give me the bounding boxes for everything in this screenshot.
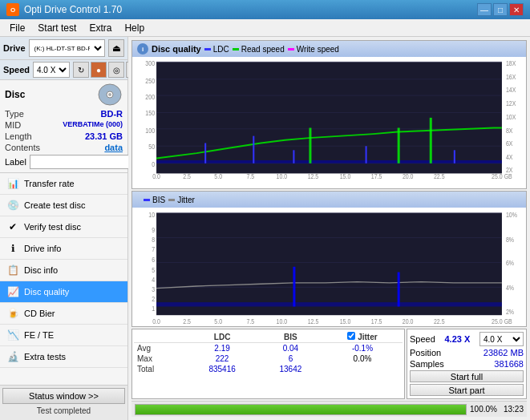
drive-selector[interactable]: (K:) HL-DT-ST BD-RE WH16NS58 TST4: [29, 39, 105, 57]
svg-text:2%: 2%: [506, 307, 515, 316]
svg-text:8%: 8%: [506, 235, 515, 244]
disc-contents-value[interactable]: data: [104, 143, 123, 152]
nav-drive-info[interactable]: ℹ Drive info: [0, 238, 127, 260]
svg-text:14X: 14X: [506, 86, 516, 94]
stats-col-bis: BIS: [259, 331, 322, 343]
disc-mid-value: VERBATIMe (000): [63, 120, 123, 130]
stats-table: LDC BIS Jitter Avg 2.19 0.04: [131, 329, 405, 399]
svg-text:150: 150: [145, 110, 155, 118]
disc-header: Disc: [5, 83, 123, 106]
position-row: Position 23862 MB: [410, 348, 524, 357]
refresh-icon[interactable]: ↻: [73, 62, 89, 78]
stats-avg-jitter: -0.1%: [322, 343, 403, 354]
menu-extra[interactable]: Extra: [83, 21, 118, 35]
legend-ldc-dot: [204, 48, 211, 50]
nav-cd-bier[interactable]: 🍺 CD Bier: [0, 303, 127, 325]
disc-contents-label: Contents: [5, 143, 40, 152]
menu-start-test[interactable]: Start test: [31, 21, 83, 35]
samples-value: 381668: [494, 359, 524, 369]
stats-total-row: Total 835416 13642: [134, 364, 403, 374]
svg-text:22.5: 22.5: [434, 317, 445, 325]
progress-text: 100.0%: [470, 405, 497, 414]
stats-total-label: Total: [134, 364, 185, 374]
svg-rect-35: [454, 150, 455, 163]
title-bar: O Opti Drive Control 1.70 — □ ✕: [0, 0, 530, 19]
stats-total-bis: 13642: [259, 364, 322, 374]
nav-transfer-rate[interactable]: 📊 Transfer rate: [0, 173, 127, 195]
menu-help[interactable]: Help: [118, 21, 151, 35]
maximize-button[interactable]: □: [493, 3, 508, 16]
speed-label: Speed: [3, 65, 30, 75]
nav-drive-info-label: Drive info: [24, 244, 61, 253]
minimize-button[interactable]: —: [477, 3, 492, 16]
chart1-container: i Disc quality LDC Read speed Write spee…: [131, 40, 527, 189]
disc-mid-label: MID: [5, 120, 21, 130]
svg-rect-47: [156, 213, 502, 315]
speed-info-value: 4.23 X: [445, 334, 471, 344]
cd-bier-icon: 🍺: [6, 307, 19, 320]
svg-text:4%: 4%: [506, 284, 515, 293]
nav-extra-tests[interactable]: 🔬 Extra tests: [0, 346, 127, 368]
nav-disc-quality[interactable]: 📈 Disc quality: [0, 281, 127, 303]
speed-selector[interactable]: 4.0 X: [33, 62, 70, 78]
close-button[interactable]: ✕: [509, 3, 524, 16]
stats-col-jitter-check: Jitter: [322, 331, 403, 343]
svg-text:20.0: 20.0: [403, 317, 414, 325]
disc-type-value: BD-R: [101, 109, 123, 119]
disc-length-row: Length 23.31 GB: [5, 131, 123, 141]
svg-text:7.5: 7.5: [246, 317, 254, 325]
status-window-button[interactable]: Status window >>: [2, 388, 125, 404]
drive-label: Drive: [3, 43, 26, 53]
svg-text:17.5: 17.5: [371, 172, 382, 180]
start-part-button[interactable]: Start part: [410, 384, 524, 396]
chart1-svg: 300 250 200 150 100 50 0 18X 16X 14X 12X…: [132, 57, 526, 188]
create-test-disc-icon: 💿: [6, 199, 19, 212]
nav-transfer-rate-label: Transfer rate: [24, 179, 75, 188]
disc-read-icon[interactable]: ◎: [108, 62, 124, 78]
svg-text:4: 4: [152, 275, 155, 284]
start-full-button[interactable]: Start full: [410, 370, 524, 382]
disc-type-row: Type BD-R: [5, 109, 123, 119]
svg-text:10.0: 10.0: [277, 317, 288, 325]
svg-text:2.5: 2.5: [183, 172, 191, 180]
nav-disc-info-label: Disc info: [24, 265, 58, 275]
jitter-col-label: Jitter: [358, 333, 377, 341]
svg-rect-28: [204, 143, 206, 163]
disc-label-input[interactable]: [30, 155, 136, 169]
legend-jitter: Jitter: [168, 196, 195, 204]
svg-rect-27: [156, 160, 502, 164]
chart1-title: Disc quality: [152, 44, 201, 54]
drive-eject-button[interactable]: ⏏: [108, 39, 124, 57]
svg-text:2: 2: [152, 294, 155, 303]
nav-verify-test-disc[interactable]: ✔ Verify test disc: [0, 216, 127, 238]
legend-jitter-dot: [168, 199, 175, 201]
stats-avg-ldc: 2.19: [185, 343, 258, 354]
disc-contents-row: Contents data: [5, 143, 123, 152]
disc-info-icon: 📋: [6, 264, 19, 277]
svg-rect-3: [156, 62, 502, 173]
nav-fe-te[interactable]: 📉 FE / TE: [0, 325, 127, 346]
svg-rect-33: [398, 128, 400, 164]
chart1-header: i Disc quality LDC Read speed Write spee…: [132, 41, 526, 57]
samples-label: Samples: [410, 359, 444, 369]
svg-text:12.5: 12.5: [308, 172, 319, 180]
speed-select[interactable]: 4.0 X: [479, 332, 524, 346]
left-panel: Drive (K:) HL-DT-ST BD-RE WH16NS58 TST4 …: [0, 37, 128, 420]
disc-burn-icon[interactable]: ●: [91, 62, 107, 78]
disc-length-value: 23.31 GB: [85, 131, 123, 141]
menu-file[interactable]: File: [3, 21, 31, 35]
stats-max-ldc: 222: [185, 353, 258, 364]
jitter-checkbox[interactable]: [347, 332, 355, 340]
stats-col-empty: [134, 331, 185, 343]
nav-disc-info[interactable]: 📋 Disc info: [0, 260, 127, 281]
nav-create-test-disc[interactable]: 💿 Create test disc: [0, 195, 127, 216]
right-controls: Speed 4.23 X 4.0 X Position 23862 MB Sam…: [407, 329, 527, 399]
disc-title: Disc: [5, 89, 25, 100]
samples-row: Samples 381668: [410, 359, 524, 369]
legend-bis: BIS: [144, 196, 165, 204]
legend-jitter-label: Jitter: [177, 196, 195, 204]
legend-ldc: LDC: [204, 45, 229, 54]
legend-write-speed-label: Write speed: [297, 45, 339, 54]
svg-rect-31: [309, 128, 311, 164]
svg-text:5: 5: [152, 265, 155, 274]
